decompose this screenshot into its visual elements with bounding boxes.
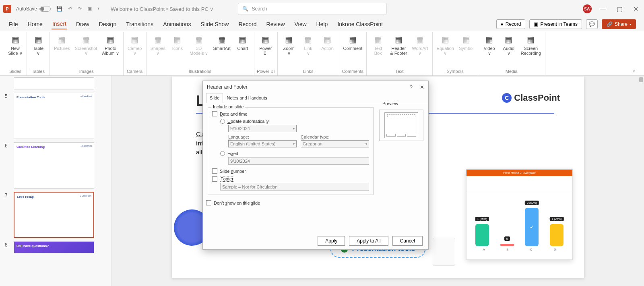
- ribbon-cameo-button[interactable]: ▦Cameo∨: [126, 33, 144, 56]
- ribbon-equation-button[interactable]: ▦Equation∨: [435, 33, 456, 56]
- ribbon-item-label: Cameo∨: [128, 46, 142, 56]
- document-title[interactable]: Welcome to ClassPoint • Saved to this PC…: [111, 6, 214, 12]
- ribbon-zoom-button[interactable]: ▦Zoom∨: [280, 33, 298, 56]
- dialog-tab-notes[interactable]: Notes and Handouts: [223, 93, 270, 103]
- tab-insert[interactable]: Insert: [52, 19, 67, 29]
- ribbon-group-title: Comments: [342, 68, 364, 75]
- ribbon-comment-button[interactable]: ▦Comment: [342, 33, 364, 52]
- slide-thumbnail[interactable]: Let's recap● ClassPoint: [14, 192, 94, 238]
- save-icon[interactable]: 💾: [56, 6, 62, 12]
- ribbon-item-icon: ▦: [80, 34, 92, 45]
- minimize-icon[interactable]: —: [597, 5, 609, 12]
- ribbon-icons-button[interactable]: ▦Icons: [169, 33, 186, 52]
- ribbon-chart-button[interactable]: ▦Chart: [234, 33, 252, 52]
- tab-help[interactable]: Help: [316, 19, 329, 29]
- close-icon[interactable]: ✕: [631, 5, 641, 13]
- slide-thumbnail[interactable]: [14, 77, 94, 89]
- tab-transitions[interactable]: Transitions: [125, 19, 154, 29]
- date-format-select[interactable]: 9/10/2024▾: [228, 125, 297, 132]
- footer-input[interactable]: Sample – Not for Circulation: [220, 183, 369, 191]
- tab-file[interactable]: File: [8, 19, 19, 29]
- apply-button[interactable]: Apply: [318, 236, 345, 246]
- ribbon-photo-button[interactable]: ▦PhotoAlbum ∨: [100, 33, 120, 56]
- dialog-tab-slide[interactable]: Slide: [206, 93, 223, 103]
- dialog-help-icon[interactable]: ?: [410, 84, 413, 90]
- tab-home[interactable]: Home: [27, 19, 43, 29]
- ribbon-wordart-button[interactable]: ▦WordArt∨: [410, 33, 429, 56]
- ribbon-action-button[interactable]: ▦Action: [319, 33, 336, 52]
- classpoint-badge: ● ClassPoint: [80, 195, 91, 197]
- ribbon-item-icon: ▦: [484, 34, 495, 45]
- ribbon-power-button[interactable]: ▦PowerBI: [257, 33, 275, 56]
- vertical-scrollbar[interactable]: [638, 76, 644, 286]
- cancel-button[interactable]: Cancel: [392, 236, 423, 246]
- slide-thumbnail[interactable]: Gamified Learning● ClassPoint: [14, 142, 94, 189]
- autosave-toggle[interactable]: AutoSave: [16, 6, 51, 12]
- ribbon-group-tables: ▦Table∨Tables: [27, 32, 50, 75]
- ribbon-shapes-button[interactable]: ▦Shapes∨: [149, 33, 167, 56]
- tab-record[interactable]: Record: [237, 19, 257, 29]
- ribbon-item-label: Comment: [343, 46, 363, 51]
- tab-classpoint[interactable]: Inknoe ClassPoint: [336, 19, 384, 29]
- ribbon-video-button[interactable]: ▦Video∨: [481, 33, 498, 56]
- share-button[interactable]: 🔗 Share ▾: [602, 19, 636, 29]
- dont-show-checkbox[interactable]: [206, 200, 211, 205]
- tab-draw[interactable]: Draw: [75, 19, 90, 29]
- ribbon-link-button[interactable]: ▦Link∨: [299, 33, 317, 56]
- fixed-label: Fixed: [227, 151, 238, 156]
- maximize-icon[interactable]: ▢: [614, 5, 625, 13]
- ribbon-symbol-button[interactable]: ▦Symbol: [457, 33, 475, 52]
- tab-slideshow[interactable]: Slide Show: [200, 19, 229, 29]
- tab-view[interactable]: View: [294, 19, 308, 29]
- tab-review[interactable]: Review: [266, 19, 286, 29]
- redo-icon[interactable]: ↷: [78, 6, 82, 12]
- ribbon-item-label: Shapes∨: [151, 46, 165, 56]
- present-teams-button[interactable]: ▣ Present in Teams: [529, 19, 582, 29]
- slide-thumbnail[interactable]: Presentation Tools● ClassPoint: [14, 93, 94, 139]
- ribbon-smartart-button[interactable]: ▦SmartArt: [212, 33, 232, 52]
- qat-more-icon[interactable]: ▾: [97, 6, 99, 12]
- update-auto-radio[interactable]: [220, 119, 225, 124]
- ribbon-pictures-button[interactable]: ▦Pictures: [52, 33, 72, 52]
- ribbon-collapse-icon[interactable]: ⌄: [628, 65, 640, 75]
- ribbon-header-button[interactable]: ▦Header& Footer: [388, 33, 409, 56]
- language-select[interactable]: English (United States)▾: [228, 140, 297, 147]
- ribbon-audio-button[interactable]: ▦Audio∨: [500, 33, 518, 56]
- ribbon-item-icon: ▦: [172, 34, 183, 45]
- undo-icon[interactable]: ↶: [68, 6, 72, 12]
- slide-thumbnail[interactable]: Still have questions?: [14, 241, 94, 253]
- user-avatar[interactable]: SW: [583, 4, 592, 13]
- ribbon-new-button[interactable]: ▦NewSlide ∨: [6, 33, 24, 56]
- tab-animations[interactable]: Animations: [162, 19, 192, 29]
- dialog-close-icon[interactable]: ✕: [420, 84, 424, 90]
- record-button[interactable]: ● Record: [496, 19, 526, 29]
- scrollbar-thumb[interactable]: [639, 77, 643, 82]
- ribbon-item-icon: ▦: [440, 34, 451, 45]
- fixed-radio[interactable]: [220, 151, 225, 156]
- slide-number-checkbox[interactable]: [212, 168, 217, 174]
- search-box[interactable]: 🔍 Search: [238, 3, 387, 15]
- footer-checkbox[interactable]: [212, 176, 217, 182]
- ribbon-screen-button[interactable]: ▦ScreenRecording: [519, 33, 543, 56]
- ribbon-text-button[interactable]: ▦TextBox: [369, 33, 387, 56]
- fixed-date-input[interactable]: 9/10/2024: [228, 157, 369, 165]
- comments-button[interactable]: 💬: [586, 19, 598, 29]
- ribbon-item-icon: ▦: [322, 34, 333, 45]
- ribbon: ▦NewSlide ∨Slides▦Table∨Tables▦Pictures▦…: [0, 31, 644, 76]
- date-time-checkbox[interactable]: [212, 111, 217, 116]
- ribbon-table-button[interactable]: ▦Table∨: [29, 33, 47, 56]
- ribbon-group-images: ▦Pictures▦Screenshot∨▦PhotoAlbum ∨Images: [50, 32, 124, 75]
- calendar-select[interactable]: Gregorian▾: [301, 140, 369, 147]
- ribbon-item-label: TextBox: [374, 46, 382, 56]
- tab-design[interactable]: Design: [98, 19, 118, 29]
- slide-thumbnails-panel[interactable]: 5Presentation Tools● ClassPoint6Gamified…: [0, 76, 112, 286]
- quick-access-toolbar: 💾 ↶ ↷ ▣ ▾: [56, 6, 99, 12]
- chart-x-axis: A B C D: [466, 248, 572, 254]
- thumb-title: Still have questions?: [17, 244, 91, 248]
- apply-all-button[interactable]: Apply to All: [349, 236, 388, 246]
- present-icon[interactable]: ▣: [87, 6, 92, 12]
- ribbon-screenshot-button[interactable]: ▦Screenshot∨: [73, 33, 99, 56]
- toggle-off-icon[interactable]: [39, 6, 51, 12]
- ribbon-3d-button[interactable]: ▦3DModels ∨: [188, 33, 210, 56]
- slide-number-label: [5, 77, 10, 78]
